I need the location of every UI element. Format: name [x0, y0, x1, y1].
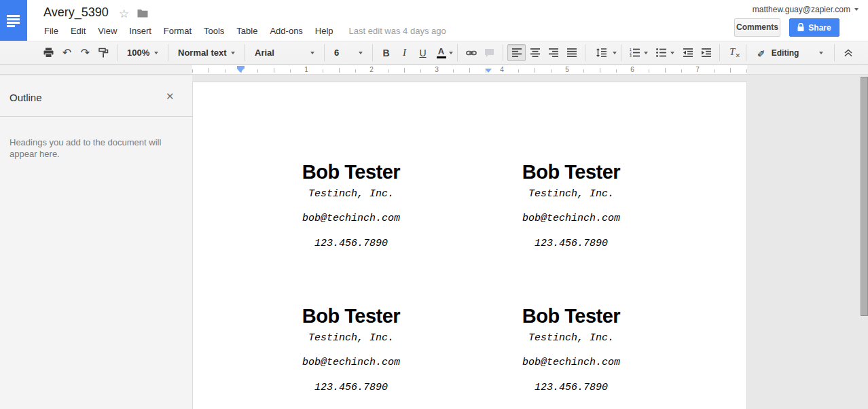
close-icon[interactable]: ✕	[166, 90, 175, 103]
vertical-scrollbar[interactable]	[861, 77, 868, 316]
menu-help[interactable]: Help	[309, 24, 340, 38]
card-name[interactable]: Bob Tester	[461, 161, 681, 183]
card-phone[interactable]: 123.456.7890	[461, 238, 681, 249]
collapse-toolbar-button[interactable]	[839, 44, 857, 61]
font-size-select[interactable]: 6	[329, 44, 368, 61]
document-page[interactable]: Bob Tester Testinch, Inc. bob@techinch.c…	[192, 82, 747, 409]
zoom-value: 100%	[127, 48, 149, 58]
business-card: Bob Tester Testinch, Inc. bob@techinch.c…	[461, 161, 681, 249]
menu-edit[interactable]: Edit	[65, 24, 92, 38]
card-company[interactable]: Testinch, Inc.	[241, 189, 461, 199]
business-card: Bob Tester Testinch, Inc. bob@techinch.c…	[241, 161, 461, 249]
star-icon[interactable]: ☆	[119, 7, 129, 20]
app-header: Avery_5390 ☆ File Edit View Insert Forma…	[0, 0, 868, 41]
ruler-page-area[interactable]: 1 2 3 4 5 6 7	[192, 65, 747, 74]
paragraph-style-select[interactable]: Normal text	[173, 44, 240, 61]
chevron-down-icon[interactable]	[644, 52, 648, 54]
card-email[interactable]: bob@techinch.com	[241, 357, 461, 368]
ruler-number: 7	[693, 65, 702, 74]
paragraph-style-value: Normal text	[178, 48, 227, 58]
underline-button[interactable]: U	[414, 44, 432, 61]
card-email[interactable]: bob@techinch.com	[241, 213, 461, 224]
chevron-down-icon[interactable]	[670, 52, 674, 54]
undo-button[interactable]: ↶	[58, 44, 76, 61]
align-justify-button[interactable]	[562, 44, 581, 61]
mode-label: Editing	[772, 48, 799, 58]
font-family-value: Arial	[255, 48, 274, 58]
menu-bar: File Edit View Insert Format Tools Table…	[38, 22, 446, 39]
italic-button[interactable]: I	[395, 44, 414, 61]
paint-format-button[interactable]	[94, 44, 113, 61]
left-indent-marker[interactable]	[237, 65, 245, 73]
insert-link-button[interactable]	[462, 44, 480, 61]
increase-indent-button[interactable]	[697, 44, 715, 61]
comments-button[interactable]: Comments	[734, 18, 780, 37]
outline-panel-title: Outline	[10, 92, 42, 103]
text-color-button[interactable]: A	[432, 44, 450, 61]
card-email[interactable]: bob@techinch.com	[461, 357, 681, 368]
card-phone[interactable]: 123.456.7890	[461, 383, 681, 393]
ruler-number: 4	[498, 65, 506, 74]
align-right-button[interactable]	[544, 44, 562, 61]
outline-panel: Outline ✕ Headings you add to the docume…	[0, 75, 192, 409]
card-company[interactable]: Testinch, Inc.	[461, 333, 681, 343]
chevron-down-icon	[819, 52, 823, 54]
text-color-swatch	[437, 56, 446, 58]
card-name[interactable]: Bob Tester	[241, 305, 461, 327]
ruler-number: 2	[367, 65, 376, 74]
folder-icon[interactable]	[137, 9, 148, 18]
card-company[interactable]: Testinch, Inc.	[461, 189, 681, 199]
chevron-down-icon	[310, 52, 314, 54]
share-button-label: Share	[808, 23, 831, 33]
chevron-down-icon[interactable]	[449, 52, 453, 54]
card-name[interactable]: Bob Tester	[241, 161, 461, 183]
font-size-value: 6	[334, 48, 339, 58]
lock-icon	[797, 23, 804, 32]
clear-formatting-button[interactable]: T✕	[724, 44, 746, 61]
account-menu[interactable]: matthew.guay@zapier.com	[753, 5, 858, 14]
menu-tools[interactable]: Tools	[198, 24, 230, 38]
bold-button[interactable]: B	[377, 44, 395, 61]
menu-format[interactable]: Format	[158, 24, 198, 38]
last-edit-status[interactable]: Last edit was 4 days ago	[349, 26, 446, 36]
chevron-down-icon[interactable]	[613, 52, 617, 54]
zoom-select[interactable]: 100%	[122, 44, 164, 61]
document-canvas: Bob Tester Testinch, Inc. bob@techinch.c…	[192, 75, 861, 409]
chevron-down-icon	[231, 52, 235, 54]
chevron-down-icon	[854, 8, 858, 11]
menu-table[interactable]: Table	[230, 24, 264, 38]
bulleted-list-button[interactable]	[652, 44, 670, 61]
menu-view[interactable]: View	[92, 24, 123, 38]
ruler-ticks-half-inch	[192, 68, 747, 73]
right-indent-marker[interactable]	[485, 65, 492, 73]
print-button[interactable]	[39, 44, 58, 61]
menu-file[interactable]: File	[38, 24, 65, 38]
menu-insert[interactable]: Insert	[123, 24, 158, 38]
horizontal-ruler[interactable]: 1 2 3 4 5 6 7	[0, 65, 868, 75]
menu-addons[interactable]: Add-ons	[264, 24, 308, 38]
ruler-number: 1	[302, 65, 310, 74]
document-title[interactable]: Avery_5390	[43, 5, 109, 20]
account-email: matthew.guay@zapier.com	[753, 5, 850, 14]
ruler-number: 3	[433, 65, 441, 74]
card-company[interactable]: Testinch, Inc.	[241, 333, 461, 343]
align-center-button[interactable]	[526, 44, 544, 61]
decrease-indent-button[interactable]	[679, 44, 697, 61]
chevron-down-icon	[359, 52, 363, 54]
numbered-list-button[interactable]: 123	[626, 44, 644, 61]
font-family-select[interactable]: Arial	[249, 44, 320, 61]
share-button[interactable]: Share	[789, 18, 839, 37]
line-spacing-button[interactable]	[590, 44, 613, 61]
card-name[interactable]: Bob Tester	[461, 305, 681, 327]
card-phone[interactable]: 123.456.7890	[241, 238, 461, 249]
chevron-down-icon	[154, 52, 158, 54]
ruler-number: 5	[563, 65, 571, 74]
outline-panel-header: Outline ✕	[0, 75, 192, 117]
align-left-button[interactable]	[507, 44, 526, 61]
outline-empty-message: Headings you add to the document will ap…	[10, 137, 171, 160]
docs-logo-icon[interactable]	[0, 0, 27, 41]
card-email[interactable]: bob@techinch.com	[461, 213, 681, 224]
card-phone[interactable]: 123.456.7890	[241, 383, 461, 393]
mode-select[interactable]: ✎ Editing	[751, 44, 830, 61]
redo-button[interactable]: ↷	[76, 44, 94, 61]
